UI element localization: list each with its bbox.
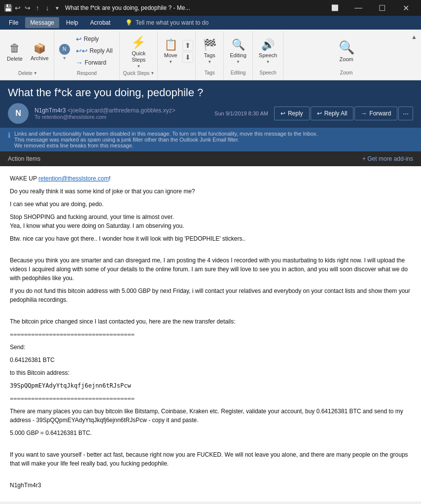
email-para-spacer4 [10,472,411,481]
menu-message[interactable]: Message [25,17,59,28]
reply-arrow-icon: ↩ [281,110,285,117]
zoom-content: 🔍 Zoom [336,34,357,69]
move-up-button[interactable]: ⬆ [182,40,193,51]
speech-expand-icon: ▼ [266,60,270,64]
forward-button-ribbon[interactable]: → Forward [73,57,116,68]
wake-up-text: WAKE UP [10,175,38,182]
message-to: To retention@thesslstore.com [35,114,209,120]
restore-button[interactable]: ☐ [371,0,393,16]
email-para-10: If you want to save yourself - better ac… [10,450,411,468]
speech-group-label: Speech [260,70,277,75]
tags-label: Tags [204,52,215,59]
save-icon[interactable]: 💾 [4,4,12,12]
speech-content: 🔊 Speech ▼ [256,34,280,69]
more-actions-button[interactable]: ··· [398,107,413,120]
email-btc-amount: 0.64126381 BTC [10,356,411,364]
quicksteps-expand2-icon[interactable]: ▼ [150,71,154,75]
tags-button[interactable]: 🏁 Tags ▼ [199,36,220,66]
email-para-wakeup: WAKE UP retention@thesslstore.com! [10,174,411,183]
quick-steps-icon: ⚡ [131,36,146,49]
editing-content: 🔍 Editing ▼ [227,34,249,69]
move-down-button[interactable]: ⬇ [182,52,193,63]
quicksteps-content: ⚡ QuickSteps ▼ [128,34,149,71]
move-button[interactable]: 📋 Move ▼ [160,36,181,66]
menu-help[interactable]: Help [61,17,83,28]
tags-group-label: Tags [205,70,215,75]
forward-button[interactable]: → Forward [354,107,397,120]
ribbon-toggle-button[interactable]: ⬜ [323,0,346,16]
email-para-spacer [10,247,411,256]
quick-steps-button[interactable]: ⚡ QuickSteps ▼ [128,34,149,71]
editing-button[interactable]: 🔍 Editing ▼ [227,36,249,66]
move-content: 📋 Move ▼ ⬆ ⬇ [160,34,193,69]
email-para-9: 5.000 GBP = 0.64126381 BTC. [10,429,411,437]
email-btc-address: 39SpQQpmEYAdyYtqJkqfj6ejnn6tRJsPcw [10,381,411,390]
ribbon-group-quicksteps: ⚡ QuickSteps ▼ Quick Steps ▼ [120,32,158,80]
email-para-1: Do you really think it was some kind of … [10,187,411,196]
info-bar: ℹ Links and other functionality have bee… [0,128,421,151]
respond-col: ↩ Reply ↩↩ Reply All → Forward [73,34,116,71]
editing-label: Editing [230,52,246,59]
more-icon[interactable]: ▼ [53,4,61,12]
quicksteps-expand-icon: ▼ [137,64,140,69]
reply-label: Reply [84,36,99,42]
lightbulb-icon: 💡 [125,19,133,26]
move-expand-icon: ▼ [169,60,173,64]
delete-button[interactable]: 🗑 Delete [4,40,26,64]
ribbon: 🗑 Delete 📦 Archive Delete ▼ N ▼ ↩ Repl [0,30,421,80]
title-bar: 💾 ↩ ↪ ↑ ↓ ▼ What the f*ck are you doing,… [0,0,421,16]
undo-icon[interactable]: ↩ [14,4,22,12]
info-icon: ℹ [8,131,10,139]
close-button[interactable]: ✕ [394,0,417,16]
reply-all-icon: ↩↩ [76,47,88,55]
reply-button-ribbon[interactable]: ↩ Reply [73,34,116,44]
down-icon[interactable]: ↓ [43,4,51,12]
email-para-6: If you do not fund this bitcoin address … [10,287,411,304]
reply-all-label: Reply All [90,47,113,54]
reply-all-button[interactable]: ↩ Reply All [311,107,354,120]
menu-file[interactable]: File [4,17,23,28]
sender-email: <joella-picard@arthredema.gobbles.xyz> [68,107,175,114]
speech-label: Speech [259,52,277,59]
reply-icon: ↩ [76,35,82,43]
email-para-2: I can see what you are doing, pedo. [10,200,411,209]
delete-buttons: 🗑 Delete 📦 Archive [4,34,52,71]
tell-me-text[interactable]: Tell me what you want to do [136,19,209,26]
menu-acrobat[interactable]: Acrobat [85,17,115,28]
reply-all-arrow-icon: ↩ [317,110,322,117]
to-email: retention@thesslstore.com [42,114,106,120]
email-body: WAKE UP retention@thesslstore.com! Do yo… [0,166,421,502]
message-date: Sun 9/1/2019 8:30 AM [214,110,268,116]
respond-buttons: N ▼ ↩ Reply ↩↩ Reply All → Forward [58,34,116,71]
archive-button[interactable]: 📦 Archive [28,40,52,64]
forward-label: Forward [85,59,106,66]
editing-expand-icon: ▼ [236,60,240,64]
add-ins-button[interactable]: + Get more add-ins [362,155,413,162]
ribbon-collapse-button[interactable]: ▲ [409,32,419,80]
email-link[interactable]: retention@thesslstore.com [38,175,109,182]
info-text: Links and other functionality have been … [14,131,317,148]
reply-button[interactable]: ↩ Reply [274,107,310,120]
window-controls: ⬜ — ☐ ✕ [323,0,417,16]
zoom-icon: 🔍 [339,40,354,55]
forward-button-label: Forward [369,110,391,117]
speech-button[interactable]: 🔊 Speech ▼ [256,36,280,66]
reply-all-button-ribbon[interactable]: ↩↩ Reply All [73,45,116,56]
email-para-spacer3 [10,441,411,450]
ribbon-avatar[interactable]: N ▼ [58,34,71,71]
email-send-label: Send: [10,343,411,352]
archive-label: Archive [31,55,49,62]
info-line3: We removed extra line breaks from this m… [14,143,317,148]
redo-icon[interactable]: ↪ [24,4,32,12]
move-label: Move [164,52,177,59]
move-arrows: ⬆ ⬇ [182,40,193,63]
minimize-button[interactable]: — [347,0,370,16]
delete-expand-icon[interactable]: ▼ [34,71,37,75]
message-details: N1ghTm4r3 <joella-picard@arthredema.gobb… [35,107,209,120]
info-line1: Links and other functionality have been … [14,131,317,137]
zoom-button[interactable]: 🔍 Zoom [336,38,357,65]
email-to-this-label: to this Bitcoin address: [10,368,411,377]
ribbon-group-move: 📋 Move ▼ ⬆ ⬇ Move [158,32,196,80]
up-icon[interactable]: ↑ [34,4,41,12]
email-para-8: There are many places you can buy bitcoi… [10,407,411,425]
